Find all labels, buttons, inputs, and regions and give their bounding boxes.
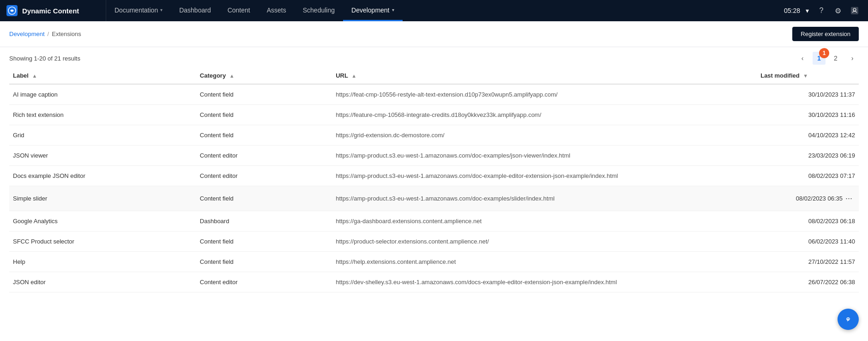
nav-documentation[interactable]: Documentation ▾ [106, 0, 171, 21]
cell-modified: 23/03/2023 06:19 [757, 146, 859, 166]
cell-url: https://ga-dashboard.extensions.content.… [332, 211, 757, 231]
cell-url: https://help.extensions.content.amplienc… [332, 252, 757, 272]
sort-icon-label: ▲ [32, 73, 37, 79]
toolbar: Showing 1-20 of 21 results ‹ 1 1 2 › [0, 47, 868, 67]
cell-label: JSON viewer [9, 146, 196, 166]
user-icon[interactable] [848, 4, 862, 18]
table-row: JSON viewer Content editor https://amp-p… [9, 146, 859, 166]
cell-modified: 30/10/2023 11:16 [757, 105, 859, 125]
cell-label: Grid [9, 125, 196, 146]
chevron-down-icon: ▾ [392, 7, 394, 12]
cell-modified: 04/10/2023 12:42 [757, 125, 859, 146]
nav-development[interactable]: Development ▾ [343, 0, 403, 21]
table-row: Rich text extension Content field https:… [9, 105, 859, 125]
col-header-last-modified[interactable]: Last modified ▼ [757, 67, 859, 84]
table-row: Docs example JSON editor Content editor … [9, 166, 859, 186]
table-row: Grid Content field https://grid-extensio… [9, 125, 859, 146]
table-row: Simple slider Content field https://amp-… [9, 186, 859, 211]
cell-modified: 06/02/2023 11:40 [757, 231, 859, 252]
cell-url: https://grid-extension.dc-demostore.com/ [332, 125, 757, 146]
cell-category: Content field [196, 125, 332, 146]
chevron-down-icon: ▾ [160, 7, 163, 12]
cell-category: Content field [196, 252, 332, 272]
nav-dashboard[interactable]: Dashboard [171, 0, 219, 21]
pagination: ‹ 1 1 2 › [796, 52, 859, 65]
svg-rect-1 [851, 7, 858, 14]
logo-icon [6, 5, 18, 16]
cell-category: Content field [196, 84, 332, 105]
nav-scheduling[interactable]: Scheduling [295, 0, 343, 21]
table-row: Help Content field https://help.extensio… [9, 252, 859, 272]
cell-modified: 08/02/2023 06:35 ··· [757, 186, 859, 211]
breadcrumb-bar: Development / Extensions Register extens… [0, 21, 868, 47]
col-header-label[interactable]: Label ▲ [9, 67, 196, 84]
table-row: JSON editor Content editor https://dev-s… [9, 272, 859, 292]
showing-results-text: Showing 1-20 of 21 results [9, 55, 80, 62]
cell-label: AI image caption [9, 84, 196, 105]
page-badge: 1 [819, 48, 829, 58]
cell-url: https://amp-product.s3-eu-west-1.amazona… [332, 186, 757, 211]
cell-modified: 26/07/2022 06:38 [757, 272, 859, 292]
cell-modified: 08/02/2023 06:18 [757, 211, 859, 231]
nav-assets[interactable]: Assets [259, 0, 295, 21]
cell-category: Dashboard [196, 211, 332, 231]
cell-url: https://product-selector.extensions.cont… [332, 231, 757, 252]
cell-category: Content field [196, 231, 332, 252]
cell-label: SFCC Product selector [9, 231, 196, 252]
nav-content[interactable]: Content [219, 0, 259, 21]
cell-category: Content editor [196, 272, 332, 292]
cell-category: Content field [196, 105, 332, 125]
settings-icon[interactable]: ⚙ [831, 4, 845, 18]
cell-url: https://amp-product.s3.eu-west-1.amazona… [332, 146, 757, 166]
cell-modified: 30/10/2023 11:37 [757, 84, 859, 105]
cell-label: Rich text extension [9, 105, 196, 125]
app-name: Dynamic Content [22, 7, 79, 15]
table-row: Google Analytics Dashboard https://ga-da… [9, 211, 859, 231]
sort-icon-category: ▲ [229, 73, 235, 79]
nav-time: 05:28 [784, 7, 800, 14]
table-header-row: Label ▲ Category ▲ URL ▲ Last modified ▼ [9, 67, 859, 84]
cell-modified: 08/02/2023 07:17 [757, 166, 859, 186]
cell-url: https://feature-cmp-10568-integrate-cred… [332, 105, 757, 125]
nav-time-caret[interactable]: ▾ [806, 7, 809, 14]
col-header-url[interactable]: URL ▲ [332, 67, 757, 84]
help-icon[interactable]: ? [814, 4, 828, 18]
sort-icon-url: ▲ [351, 73, 356, 79]
extensions-table: Label ▲ Category ▲ URL ▲ Last modified ▼ [9, 67, 859, 292]
cell-label: Docs example JSON editor [9, 166, 196, 186]
row-actions-button[interactable]: ··· [843, 193, 855, 204]
breadcrumb-development[interactable]: Development [9, 30, 45, 37]
cell-category: Content editor [196, 166, 332, 186]
cell-label: JSON editor [9, 272, 196, 292]
cell-url: https://dev-shelley.s3.eu-west-1.amazona… [332, 272, 757, 292]
pagination-next[interactable]: › [846, 52, 859, 65]
cell-label: Google Analytics [9, 211, 196, 231]
cell-category: Content field [196, 186, 332, 211]
extensions-table-container: Label ▲ Category ▲ URL ▲ Last modified ▼ [0, 67, 868, 292]
nav-items: Documentation ▾ Dashboard Content Assets… [106, 0, 778, 21]
page-1-wrapper: 1 1 [813, 52, 826, 65]
table-row: SFCC Product selector Content field http… [9, 231, 859, 252]
app-logo[interactable]: Dynamic Content [0, 0, 106, 21]
sort-icon-modified: ▼ [803, 73, 808, 79]
cell-url: https://amp-product.s3-eu-west-1.amazona… [332, 166, 757, 186]
cell-category: Content editor [196, 146, 332, 166]
cell-label: Simple slider [9, 186, 196, 211]
table-row: AI image caption Content field https://f… [9, 84, 859, 105]
cell-label: Help [9, 252, 196, 272]
register-extension-button[interactable]: Register extension [792, 27, 859, 41]
pagination-prev[interactable]: ‹ [796, 52, 809, 65]
cell-modified: 27/10/2022 11:57 [757, 252, 859, 272]
breadcrumb-extensions: Extensions [52, 30, 81, 37]
nav-right: 05:28 ▾ ? ⚙ [778, 4, 868, 18]
pagination-page-2[interactable]: 2 [829, 52, 842, 65]
col-header-category[interactable]: Category ▲ [196, 67, 332, 84]
breadcrumb: Development / Extensions [9, 30, 81, 37]
top-nav: Dynamic Content Documentation ▾ Dashboar… [0, 0, 868, 21]
cell-url: https://feat-cmp-10556-restyle-alt-text-… [332, 84, 757, 105]
breadcrumb-separator: / [48, 30, 49, 37]
